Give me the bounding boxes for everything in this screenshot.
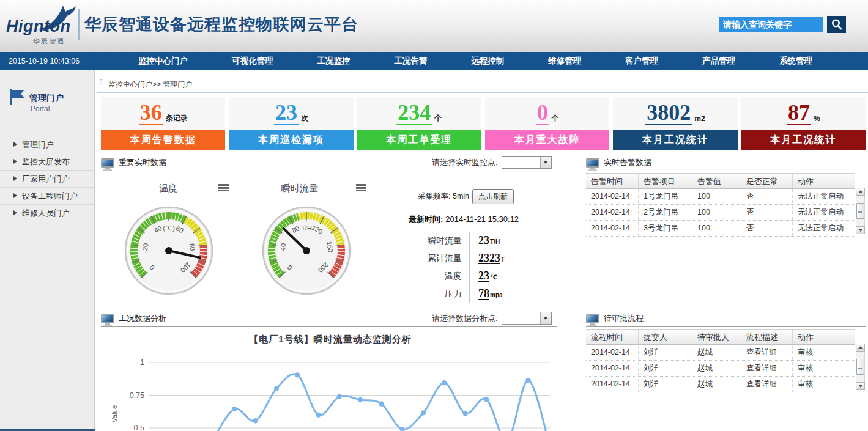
scroll-down-icon[interactable] xyxy=(856,382,865,390)
column-header: 是否正常 xyxy=(741,174,793,188)
kpi-card-6[interactable]: 87%本月工况统计 xyxy=(741,97,866,150)
sidebar-item-3[interactable]: 厂家用户门户 xyxy=(0,170,95,187)
nav-item-4[interactable]: 工况告警 xyxy=(388,52,433,70)
kpi-value-area: 3802m2 xyxy=(613,97,737,130)
cell: 2014-02-14 xyxy=(586,345,639,360)
table-row: 2014-02-143号龙门吊100否无法正常启动 xyxy=(586,221,855,237)
scroll-down-icon[interactable] xyxy=(856,226,865,234)
brand-name: Hignton xyxy=(6,17,70,36)
nav-item-6[interactable]: 维修管理 xyxy=(542,52,587,70)
kpi-cards: 36条记录本周告警数据23次本周巡检漏项234个本周工单受理0个本月重大故障38… xyxy=(101,97,866,150)
flow-line-chart: 10.750.5Value xyxy=(101,352,560,431)
action-cell[interactable]: 审核 xyxy=(793,377,855,392)
cell: 2014-02-14 xyxy=(586,221,639,236)
realtime-readings: 瞬时流量23T/H累计流量2323T温度23℃压力78mpa xyxy=(401,232,541,303)
sidebar-item-label: 管理门户 xyxy=(22,140,54,149)
nav-item-3[interactable]: 工况监控 xyxy=(311,52,356,70)
nav-item-8[interactable]: 产品管理 xyxy=(696,52,741,70)
search-icon xyxy=(831,18,843,31)
sidebar-item-label: 设备工程师门户 xyxy=(22,191,78,201)
cell: 赵城 xyxy=(692,377,741,392)
gauge-title-flow: 瞬时流量 xyxy=(251,183,349,194)
realtime-point-select[interactable] xyxy=(502,156,552,169)
flag-icon xyxy=(10,89,26,105)
action-cell[interactable]: 审核 xyxy=(793,345,855,360)
kpi-card-2[interactable]: 23次本周巡检漏项 xyxy=(229,97,353,150)
nav-item-7[interactable]: 客户管理 xyxy=(619,52,664,70)
kpi-card-3[interactable]: 234个本周工单受理 xyxy=(357,97,481,150)
reading-value: 78 xyxy=(478,288,489,300)
scrollbar-thumb[interactable] xyxy=(856,203,864,219)
chart-menu-icon[interactable] xyxy=(218,184,229,191)
select-value xyxy=(502,312,540,324)
reading-unit: T xyxy=(501,256,505,263)
analysis-section-header: 工况数据分析 xyxy=(101,311,166,326)
sidebar: 管理门户 Portal 管理门户监控大屏发布厂家用户门户设备工程师门户维修人员门… xyxy=(0,70,95,431)
kpi-value: 0 xyxy=(536,101,549,125)
action-cell[interactable]: 查看详细 xyxy=(741,345,793,360)
nav-item-1[interactable]: 监控中心门户 xyxy=(132,52,194,70)
sidebar-item-2[interactable]: 监控大屏发布 xyxy=(0,153,95,170)
kpi-label: 本周告警数据 xyxy=(101,130,225,150)
nav-item-5[interactable]: 远程控制 xyxy=(465,52,510,70)
realtime-selector-label: 请选择实时监控点: xyxy=(432,157,498,168)
select-dropdown-button[interactable] xyxy=(540,157,551,168)
kpi-card-4[interactable]: 0个本月重大故障 xyxy=(485,97,609,150)
column-header: 告警项目 xyxy=(639,174,692,188)
table-row: 2014-02-142号龙门吊100否无法正常启动 xyxy=(586,205,855,221)
portal-subtitle: Portal xyxy=(31,105,50,113)
kpi-label: 本月工况统计 xyxy=(741,130,866,150)
action-cell[interactable]: 查看详细 xyxy=(741,361,793,376)
sidebar-menu: 管理门户监控大屏发布厂家用户门户设备工程师门户维修人员门户 xyxy=(0,136,95,221)
section-underline xyxy=(586,326,866,327)
section-underline xyxy=(586,171,866,171)
kpi-card-1[interactable]: 36条记录本周告警数据 xyxy=(101,97,225,150)
table-row: 2014-02-14刘洋赵城查看详细审核 xyxy=(586,377,855,392)
monitor-icon xyxy=(101,158,114,168)
scrollbar-track[interactable] xyxy=(856,352,865,382)
reading-unit: mpa xyxy=(490,292,503,298)
alarm-table: 告警时间告警项目告警值是否正常动作2014-02-141号龙门吊100否无法正常… xyxy=(586,173,855,237)
reading-row: 累计流量2323T xyxy=(401,249,541,267)
section-underline xyxy=(101,171,557,171)
realtime-point-selector: 请选择实时监控点: xyxy=(432,156,552,169)
search-input[interactable] xyxy=(719,17,823,32)
kpi-card-5[interactable]: 3802m2本月工况统计 xyxy=(613,97,737,150)
monitor-icon xyxy=(586,158,599,168)
action-cell[interactable]: 查看详细 xyxy=(741,377,793,392)
sidebar-item-label: 维修人员门户 xyxy=(22,208,70,218)
cell: 无法正常启动 xyxy=(793,205,855,220)
kpi-value: 87 xyxy=(787,101,811,125)
analysis-point-select[interactable] xyxy=(502,312,552,325)
select-value xyxy=(502,157,540,168)
select-dropdown-button[interactable] xyxy=(540,312,551,324)
cell: 否 xyxy=(741,205,793,220)
column-header: 告警值 xyxy=(692,174,741,188)
latest-time-underline xyxy=(407,227,524,227)
column-header: 流程时间 xyxy=(586,330,639,344)
cell: 100 xyxy=(692,205,741,220)
sidebar-item-1[interactable]: 管理门户 xyxy=(0,136,95,153)
app-title: 华辰智通设备远程监控物联网云平台 xyxy=(84,13,358,35)
nav-item-2[interactable]: 可视化管理 xyxy=(226,52,280,70)
reading-unit: ℃ xyxy=(490,274,497,281)
analysis-point-selector: 请选择数据分析点: xyxy=(432,312,552,325)
chevron-down-icon xyxy=(543,161,548,164)
kpi-unit: 个 xyxy=(434,113,442,123)
brand-subtitle: 华辰智通 xyxy=(33,37,65,46)
temperature-gauge: 020406080100(℃) xyxy=(122,204,215,297)
refresh-button[interactable]: 点击刷新 xyxy=(472,189,514,204)
search-button[interactable] xyxy=(827,16,846,33)
scrollbar-track[interactable] xyxy=(856,196,865,226)
alarm-table-scrollbar[interactable] xyxy=(856,188,865,234)
approval-table-scrollbar[interactable] xyxy=(856,344,865,390)
sidebar-item-label: 厂家用户门户 xyxy=(22,174,70,183)
action-cell[interactable]: 审核 xyxy=(793,361,855,376)
scrollbar-thumb[interactable] xyxy=(856,359,864,375)
nav-item-9[interactable]: 系统管理 xyxy=(773,52,818,70)
scroll-up-icon[interactable] xyxy=(856,344,865,352)
scroll-up-icon[interactable] xyxy=(856,188,865,196)
chart-menu-icon[interactable] xyxy=(356,184,366,191)
sidebar-item-5[interactable]: 维修人员门户 xyxy=(0,204,95,221)
sidebar-item-4[interactable]: 设备工程师门户 xyxy=(0,187,95,204)
